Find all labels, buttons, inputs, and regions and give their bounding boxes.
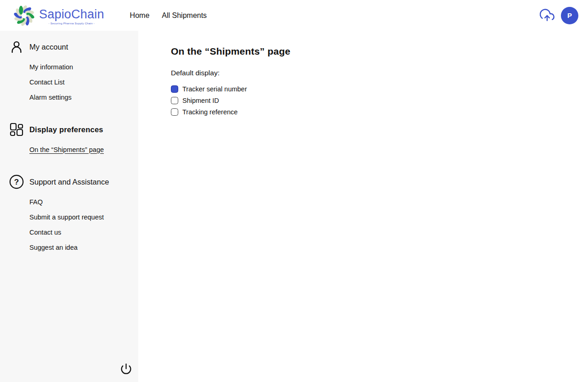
sidebar-item-contact-us[interactable]: Contact us <box>0 225 138 240</box>
cloud-upload-icon[interactable] <box>540 8 554 23</box>
section-title: My account <box>29 43 68 51</box>
checkbox-row-shipment-id[interactable]: Shipment ID <box>171 95 588 106</box>
sidebar-item-display-preferences[interactable]: Display preferences <box>0 121 138 138</box>
checkbox-tracker-serial-number[interactable] <box>171 85 178 93</box>
avatar[interactable]: P <box>561 7 578 24</box>
checkbox-row-tracking-reference[interactable]: Tracking reference <box>171 106 588 118</box>
main-content: On the “Shipments” page Default display:… <box>138 31 588 382</box>
help-icon: ? <box>9 174 24 189</box>
page-title: On the “Shipments” page <box>171 46 588 57</box>
logo-name: SapioChain <box>39 7 104 21</box>
sidebar-section-support: ? Support and Assistance FAQ Submit a su… <box>0 174 138 255</box>
sidebar-item-on-the-shipments-page[interactable]: On the “Shipments” page <box>0 142 138 157</box>
checkbox-shipment-id[interactable] <box>171 97 178 104</box>
sidebar-item-faq[interactable]: FAQ <box>0 194 138 209</box>
default-display-options: Tracker serial number Shipment ID Tracki… <box>171 83 588 118</box>
checkbox-label: Tracking reference <box>182 108 237 116</box>
sidebar-item-submit-support-request[interactable]: Submit a support request <box>0 209 138 225</box>
avatar-initial: P <box>567 11 572 19</box>
nav-home[interactable]: Home <box>130 11 150 20</box>
checkbox-row-tracker-serial-number[interactable]: Tracker serial number <box>171 83 588 95</box>
default-display-label: Default display: <box>171 69 588 77</box>
svg-text:?: ? <box>14 178 19 186</box>
sidebar-item-suggest-an-idea[interactable]: Suggest an idea <box>0 240 138 255</box>
grid-icon <box>9 122 24 137</box>
logo-tagline: - Securing Pharma Supply Chain - <box>48 22 95 25</box>
logo[interactable]: SapioChain - Securing Pharma Supply Chai… <box>11 2 104 29</box>
sidebar-item-my-information[interactable]: My information <box>0 59 138 74</box>
nav-all-shipments[interactable]: All Shipments <box>162 11 207 20</box>
section-title: Support and Assistance <box>29 178 109 186</box>
sidebar-section-my-account: My account My information Contact List A… <box>0 39 138 105</box>
checkbox-label: Shipment ID <box>182 97 219 104</box>
sapiochain-pinwheel-icon <box>11 2 37 29</box>
sidebar-item-support-and-assistance[interactable]: ? Support and Assistance <box>0 174 138 190</box>
main-nav: Home All Shipments <box>130 11 207 20</box>
checkbox-label: Tracker serial number <box>182 85 247 93</box>
sidebar-item-contact-list[interactable]: Contact List <box>0 74 138 90</box>
sidebar-section-display-preferences: Display preferences On the “Shipments” p… <box>0 121 138 157</box>
sidebar-item-my-account[interactable]: My account <box>0 39 138 55</box>
user-icon <box>9 39 24 54</box>
settings-sidebar: My account My information Contact List A… <box>0 31 138 382</box>
sidebar-item-alarm-settings[interactable]: Alarm settings <box>0 90 138 105</box>
checkbox-tracking-reference[interactable] <box>171 108 178 116</box>
top-bar: SapioChain - Securing Pharma Supply Chai… <box>0 0 588 31</box>
power-icon[interactable] <box>119 362 133 376</box>
section-title: Display preferences <box>29 125 103 134</box>
